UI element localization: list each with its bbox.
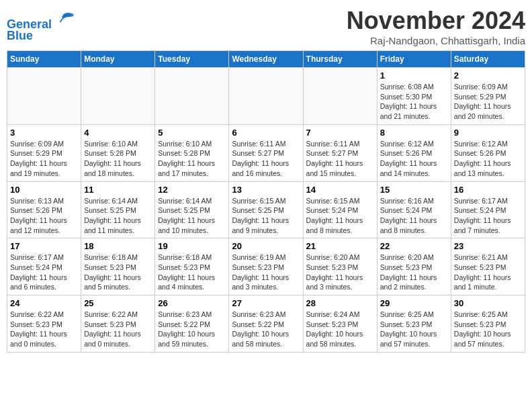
- day-number: 9: [454, 128, 522, 138]
- day-info: Sunrise: 6:20 AMSunset: 5:23 PMDaylight:…: [380, 253, 448, 292]
- day-number: 1: [380, 71, 448, 81]
- day-number: 5: [158, 128, 226, 138]
- day-number: 13: [232, 185, 300, 195]
- day-number: 10: [10, 185, 78, 195]
- calendar-day-cell: 3Sunrise: 6:09 AMSunset: 5:29 PMDaylight…: [7, 124, 81, 181]
- calendar-day-cell: 4Sunrise: 6:10 AMSunset: 5:28 PMDaylight…: [81, 124, 155, 181]
- day-info: Sunrise: 6:23 AMSunset: 5:22 PMDaylight:…: [232, 310, 300, 349]
- calendar-day-cell: 20Sunrise: 6:19 AMSunset: 5:23 PMDayligh…: [229, 238, 303, 295]
- day-info: Sunrise: 6:21 AMSunset: 5:23 PMDaylight:…: [454, 253, 522, 292]
- day-number: 23: [454, 241, 522, 251]
- day-info: Sunrise: 6:17 AMSunset: 5:24 PMDaylight:…: [454, 196, 522, 236]
- day-number: 25: [84, 298, 152, 308]
- calendar-day-cell: 11Sunrise: 6:14 AMSunset: 5:25 PMDayligh…: [81, 181, 155, 238]
- weekday-header: Friday: [377, 51, 451, 68]
- calendar-week-row: 17Sunrise: 6:17 AMSunset: 5:24 PMDayligh…: [7, 238, 525, 295]
- day-number: 29: [380, 298, 448, 308]
- calendar-day-cell: [229, 68, 303, 125]
- day-info: Sunrise: 6:08 AMSunset: 5:30 PMDaylight:…: [380, 82, 448, 122]
- day-info: Sunrise: 6:23 AMSunset: 5:22 PMDaylight:…: [158, 310, 226, 349]
- calendar-day-cell: 14Sunrise: 6:15 AMSunset: 5:24 PMDayligh…: [303, 181, 377, 238]
- calendar-week-row: 24Sunrise: 6:22 AMSunset: 5:23 PMDayligh…: [7, 295, 525, 353]
- calendar-day-cell: 23Sunrise: 6:21 AMSunset: 5:23 PMDayligh…: [451, 238, 525, 295]
- day-number: 24: [10, 298, 78, 308]
- day-info: Sunrise: 6:09 AMSunset: 5:29 PMDaylight:…: [10, 139, 78, 179]
- day-info: Sunrise: 6:11 AMSunset: 5:27 PMDaylight:…: [306, 139, 374, 179]
- day-info: Sunrise: 6:15 AMSunset: 5:24 PMDaylight:…: [306, 196, 374, 236]
- day-info: Sunrise: 6:14 AMSunset: 5:25 PMDaylight:…: [158, 196, 226, 236]
- day-info: Sunrise: 6:16 AMSunset: 5:24 PMDaylight:…: [380, 196, 448, 236]
- day-info: Sunrise: 6:19 AMSunset: 5:23 PMDaylight:…: [232, 253, 300, 292]
- day-info: Sunrise: 6:12 AMSunset: 5:26 PMDaylight:…: [380, 139, 448, 179]
- calendar-day-cell: 10Sunrise: 6:13 AMSunset: 5:26 PMDayligh…: [7, 181, 81, 238]
- calendar-day-cell: 19Sunrise: 6:18 AMSunset: 5:23 PMDayligh…: [155, 238, 229, 295]
- day-info: Sunrise: 6:15 AMSunset: 5:25 PMDaylight:…: [232, 196, 300, 236]
- day-info: Sunrise: 6:24 AMSunset: 5:23 PMDaylight:…: [306, 310, 374, 349]
- calendar-day-cell: 24Sunrise: 6:22 AMSunset: 5:23 PMDayligh…: [7, 295, 81, 353]
- day-info: Sunrise: 6:18 AMSunset: 5:23 PMDaylight:…: [158, 253, 226, 292]
- logo-bird-icon: [56, 9, 75, 28]
- calendar-day-cell: 15Sunrise: 6:16 AMSunset: 5:24 PMDayligh…: [377, 181, 451, 238]
- header: General Blue November 2024 Raj-Nandgaon,…: [7, 7, 525, 46]
- day-number: 7: [306, 128, 374, 138]
- calendar-day-cell: 1Sunrise: 6:08 AMSunset: 5:30 PMDaylight…: [377, 68, 451, 125]
- day-number: 16: [454, 185, 522, 195]
- calendar-day-cell: [81, 68, 155, 125]
- day-number: 20: [232, 241, 300, 251]
- calendar-day-cell: 30Sunrise: 6:25 AMSunset: 5:23 PMDayligh…: [451, 295, 525, 353]
- weekday-header: Sunday: [7, 51, 81, 68]
- calendar-day-cell: 9Sunrise: 6:12 AMSunset: 5:26 PMDaylight…: [451, 124, 525, 181]
- day-info: Sunrise: 6:09 AMSunset: 5:29 PMDaylight:…: [454, 82, 522, 122]
- calendar-day-cell: 18Sunrise: 6:18 AMSunset: 5:23 PMDayligh…: [81, 238, 155, 295]
- day-info: Sunrise: 6:22 AMSunset: 5:23 PMDaylight:…: [10, 310, 78, 349]
- weekday-header: Tuesday: [155, 51, 229, 68]
- day-info: Sunrise: 6:13 AMSunset: 5:26 PMDaylight:…: [10, 196, 78, 236]
- day-number: 22: [380, 241, 448, 251]
- calendar-week-row: 3Sunrise: 6:09 AMSunset: 5:29 PMDaylight…: [7, 124, 525, 181]
- day-number: 8: [380, 128, 448, 138]
- day-number: 15: [380, 185, 448, 195]
- day-number: 2: [454, 71, 522, 81]
- calendar-day-cell: 29Sunrise: 6:25 AMSunset: 5:23 PMDayligh…: [377, 295, 451, 353]
- day-info: Sunrise: 6:25 AMSunset: 5:23 PMDaylight:…: [454, 310, 522, 349]
- calendar-day-cell: 2Sunrise: 6:09 AMSunset: 5:29 PMDaylight…: [451, 68, 525, 125]
- day-number: 14: [306, 185, 374, 195]
- day-number: 26: [158, 298, 226, 308]
- calendar-day-cell: 12Sunrise: 6:14 AMSunset: 5:25 PMDayligh…: [155, 181, 229, 238]
- weekday-header: Wednesday: [229, 51, 303, 68]
- day-number: 30: [454, 298, 522, 308]
- weekday-header: Monday: [81, 51, 155, 68]
- calendar-day-cell: 22Sunrise: 6:20 AMSunset: 5:23 PMDayligh…: [377, 238, 451, 295]
- day-number: 17: [10, 241, 78, 251]
- logo: General Blue: [7, 9, 75, 43]
- weekday-header: Saturday: [451, 51, 525, 68]
- day-info: Sunrise: 6:10 AMSunset: 5:28 PMDaylight:…: [84, 139, 152, 179]
- month-title: November 2024: [347, 7, 525, 35]
- calendar-table: SundayMondayTuesdayWednesdayThursdayFrid…: [7, 50, 525, 353]
- calendar-header-row: SundayMondayTuesdayWednesdayThursdayFrid…: [7, 51, 525, 68]
- day-info: Sunrise: 6:14 AMSunset: 5:25 PMDaylight:…: [84, 196, 152, 236]
- calendar-day-cell: 26Sunrise: 6:23 AMSunset: 5:22 PMDayligh…: [155, 295, 229, 353]
- calendar-day-cell: 27Sunrise: 6:23 AMSunset: 5:22 PMDayligh…: [229, 295, 303, 353]
- day-number: 6: [232, 128, 300, 138]
- calendar-day-cell: [7, 68, 81, 125]
- calendar-day-cell: 17Sunrise: 6:17 AMSunset: 5:24 PMDayligh…: [7, 238, 81, 295]
- day-info: Sunrise: 6:18 AMSunset: 5:23 PMDaylight:…: [84, 253, 152, 292]
- day-info: Sunrise: 6:25 AMSunset: 5:23 PMDaylight:…: [380, 310, 448, 349]
- day-info: Sunrise: 6:22 AMSunset: 5:23 PMDaylight:…: [84, 310, 152, 349]
- calendar-week-row: 10Sunrise: 6:13 AMSunset: 5:26 PMDayligh…: [7, 181, 525, 238]
- day-number: 18: [84, 241, 152, 251]
- day-info: Sunrise: 6:12 AMSunset: 5:26 PMDaylight:…: [454, 139, 522, 179]
- calendar-day-cell: 16Sunrise: 6:17 AMSunset: 5:24 PMDayligh…: [451, 181, 525, 238]
- day-info: Sunrise: 6:17 AMSunset: 5:24 PMDaylight:…: [10, 253, 78, 292]
- calendar-day-cell: 28Sunrise: 6:24 AMSunset: 5:23 PMDayligh…: [303, 295, 377, 353]
- calendar-day-cell: 7Sunrise: 6:11 AMSunset: 5:27 PMDaylight…: [303, 124, 377, 181]
- day-number: 11: [84, 185, 152, 195]
- calendar-day-cell: 5Sunrise: 6:10 AMSunset: 5:28 PMDaylight…: [155, 124, 229, 181]
- day-number: 12: [158, 185, 226, 195]
- logo-text: General: [7, 9, 75, 32]
- day-number: 3: [10, 128, 78, 138]
- calendar-day-cell: 8Sunrise: 6:12 AMSunset: 5:26 PMDaylight…: [377, 124, 451, 181]
- title-area: November 2024 Raj-Nandgaon, Chhattisgarh…: [347, 7, 525, 46]
- day-number: 27: [232, 298, 300, 308]
